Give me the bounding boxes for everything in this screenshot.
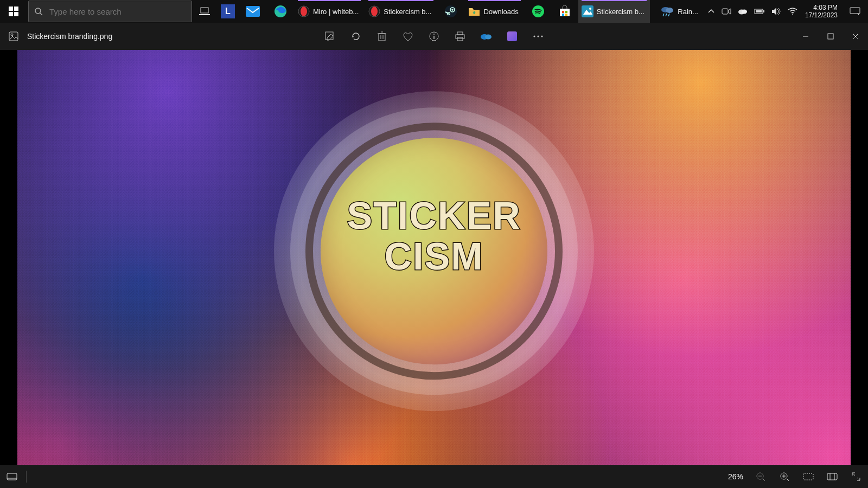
svg-point-46 [11, 34, 13, 36]
svg-rect-1 [14, 7, 18, 11]
actual-size-button[interactable] [820, 465, 844, 488]
taskbar-search[interactable] [28, 1, 192, 22]
info-icon [429, 31, 439, 42]
filmstrip-icon [7, 473, 17, 480]
svg-rect-58 [457, 37, 463, 41]
svg-line-33 [668, 14, 669, 16]
svg-point-4 [35, 8, 41, 14]
window-minimize-button[interactable] [793, 23, 818, 50]
svg-point-54 [433, 34, 435, 35]
svg-rect-56 [457, 32, 463, 35]
action-center-button[interactable] [842, 7, 868, 16]
tray-onedrive[interactable] [735, 0, 751, 23]
task-view-button[interactable] [193, 0, 216, 23]
fit-to-window-button[interactable] [796, 465, 820, 488]
taskbar-label: Stickercism b... [597, 8, 644, 16]
onedrive-icon [480, 33, 492, 40]
svg-rect-24 [562, 14, 564, 16]
opera-icon [298, 5, 310, 17]
zoom-percentage[interactable]: 26% [723, 472, 749, 481]
svg-rect-39 [763, 10, 764, 12]
start-button[interactable] [0, 0, 27, 23]
taskbar-app-msstore[interactable] [552, 0, 577, 23]
tray-clock[interactable]: 4:03 PM 17/12/2023 [801, 4, 842, 19]
zoom-in-icon [780, 472, 789, 481]
tray-overflow[interactable] [704, 0, 718, 23]
rotate-icon [350, 31, 361, 42]
photos-app-toolbar: Stickercism branding.png [0, 23, 868, 50]
taskbar-app-spotify[interactable] [525, 0, 551, 23]
vertical-scrollbar[interactable] [5, 50, 13, 465]
taskbar-app-opera-stickercism[interactable]: Stickercism b... [365, 0, 437, 23]
maximize-icon [827, 33, 834, 40]
svg-rect-0 [9, 7, 13, 11]
zoom-out-icon [756, 472, 765, 481]
print-icon [455, 31, 465, 41]
svg-point-60 [485, 35, 492, 40]
svg-rect-45 [9, 32, 18, 41]
svg-rect-2 [9, 12, 13, 16]
displayed-image[interactable]: .bt{font-family:'Cooper Black','Arial Bl… [17, 50, 851, 465]
svg-line-32 [666, 14, 667, 16]
minimize-icon [802, 33, 809, 40]
taskbar-app-opera-miro[interactable]: Miro | whiteb... [295, 0, 364, 23]
taskbar-app-mail[interactable] [239, 0, 266, 23]
close-icon [852, 33, 859, 40]
print-button[interactable] [454, 30, 466, 42]
photos-app-home-button[interactable] [0, 31, 27, 42]
tray-meet-now[interactable] [718, 0, 735, 23]
taskbar-weather[interactable]: Rain... [657, 0, 704, 23]
taskbar-app-edge[interactable] [267, 0, 293, 23]
taskbar-app-letter-l[interactable]: L [218, 0, 238, 23]
fullscreen-button[interactable] [844, 465, 868, 488]
opera-icon [368, 5, 380, 17]
chevron-up-icon [707, 8, 715, 15]
taskbar-app-explorer-downloads[interactable]: Downloads [465, 0, 524, 23]
folder-icon [468, 6, 480, 17]
clipchamp-button[interactable] [506, 30, 518, 42]
svg-point-16 [452, 9, 454, 11]
photos-app-icon [582, 5, 593, 17]
edit-image-button[interactable] [324, 30, 336, 42]
letter-l-icon: L [221, 4, 235, 18]
more-dots-icon [533, 35, 544, 38]
svg-rect-21 [560, 9, 570, 16]
edit-image-icon [324, 31, 335, 42]
more-button[interactable] [532, 30, 544, 42]
trash-icon [377, 31, 387, 42]
notification-icon [850, 7, 860, 16]
zoom-in-button[interactable] [773, 465, 796, 488]
zoom-out-button[interactable] [749, 465, 773, 488]
window-close-button[interactable] [843, 23, 868, 50]
rotate-button[interactable] [350, 30, 362, 42]
taskbar-app-steam[interactable] [438, 0, 464, 23]
svg-line-84 [852, 473, 855, 476]
onedrive-button[interactable] [480, 30, 492, 42]
search-icon [34, 7, 43, 16]
steam-icon [444, 5, 457, 18]
spotify-icon [532, 5, 545, 18]
tray-wifi[interactable] [784, 0, 801, 23]
svg-rect-23 [565, 11, 567, 13]
mail-icon [246, 6, 260, 17]
info-button[interactable] [428, 30, 440, 42]
tray-volume[interactable] [768, 0, 784, 23]
delete-button[interactable] [376, 30, 388, 42]
svg-rect-8 [246, 6, 260, 17]
filmstrip-toggle-button[interactable] [0, 465, 24, 488]
system-tray: 4:03 PM 17/12/2023 [704, 0, 868, 23]
tray-battery[interactable] [751, 0, 768, 23]
search-input[interactable] [48, 7, 170, 17]
edge-icon [274, 5, 287, 18]
window-maximize-button[interactable] [818, 23, 843, 50]
favorite-button[interactable] [402, 30, 414, 42]
weather-label: Rain... [678, 8, 698, 16]
taskbar-app-photos-stickercism[interactable]: Stickercism b... [578, 0, 650, 23]
clock-time: 4:03 PM [805, 4, 838, 11]
svg-rect-3 [14, 12, 18, 16]
svg-line-31 [663, 14, 664, 16]
photos-status-bar: 26% [0, 465, 868, 488]
svg-line-85 [857, 478, 860, 480]
rain-icon [660, 5, 674, 17]
svg-rect-57 [456, 35, 464, 38]
